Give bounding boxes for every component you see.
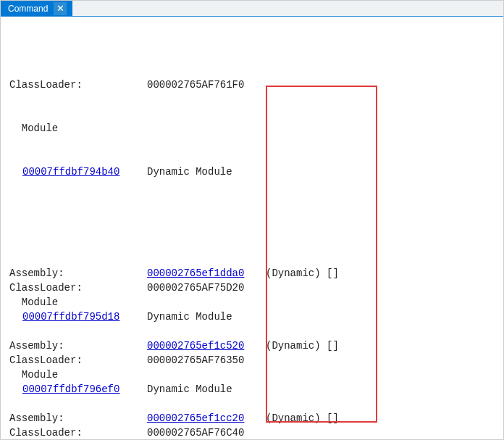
assembly-block: Assembly:000002765ef1cc20(Dynamic) []Cla… [9, 411, 500, 440]
module-address-link[interactable]: 00007ffdbf796ef0 [22, 383, 119, 395]
module-label: Module [9, 295, 58, 310]
assembly-label: Assembly: [9, 411, 147, 426]
command-output: ClassLoader: 000002765AF761F0 Module 000… [1, 17, 503, 440]
classloader-row: ClassLoader:000002765AF76350 [9, 353, 500, 368]
dynamic-suffix: (Dynamic) [] [266, 411, 339, 426]
module-label: Module [9, 368, 58, 382]
dynamic-module-text: Dynamic Module [147, 310, 266, 324]
dynamic-module-text: Dynamic Module [147, 382, 266, 397]
module-address-link[interactable]: 00007ffdbf795d18 [22, 311, 119, 323]
classloader-row: ClassLoader: 000002765AF761F0 [9, 78, 500, 92]
classloader-address: 000002765AF76C40 [147, 426, 266, 440]
command-tab[interactable]: Command ✕ [1, 1, 72, 16]
classloader-address: 000002765AF75D20 [147, 281, 266, 295]
tab-bar: Command ✕ [1, 1, 503, 17]
classloader-label: ClassLoader: [9, 426, 147, 440]
module-row: Module [9, 121, 500, 136]
dynamic-module-text: Dynamic Module [147, 165, 266, 179]
dynamic-suffix: (Dynamic) [] [266, 266, 339, 281]
assembly-address-link[interactable]: 000002765ef1cc20 [147, 412, 244, 424]
assembly-row: Assembly:000002765ef1dda0(Dynamic) [] [9, 266, 500, 281]
assembly-row: Assembly:000002765ef1c520(Dynamic) [] [9, 339, 500, 353]
tab-title: Command [8, 4, 48, 14]
classloader-row: ClassLoader:000002765AF75D20 [9, 281, 500, 295]
assembly-label: Assembly: [9, 339, 147, 353]
classloader-address: 000002765AF761F0 [147, 78, 266, 92]
close-icon[interactable]: ✕ [54, 2, 67, 15]
assembly-label: Assembly: [9, 266, 147, 281]
assembly-address-link[interactable]: 000002765ef1dda0 [147, 267, 244, 279]
assembly-block: Assembly:000002765ef1c520(Dynamic) []Cla… [9, 339, 500, 411]
assembly-address-link[interactable]: 000002765ef1c520 [147, 340, 244, 352]
classloader-label: ClassLoader: [9, 281, 147, 295]
module-link-row: 00007ffdbf794b40 Dynamic Module [9, 165, 500, 179]
classloader-row: ClassLoader:000002765AF76C40 [9, 426, 500, 440]
module-link-row: 00007ffdbf796ef0Dynamic Module [9, 382, 500, 397]
classloader-label: ClassLoader: [9, 353, 147, 368]
assembly-block: Assembly:000002765ef1dda0(Dynamic) []Cla… [9, 266, 500, 339]
module-row: Module [9, 368, 500, 382]
module-label: Module [9, 121, 58, 136]
classloader-address: 000002765AF76350 [147, 353, 266, 368]
assembly-row: Assembly:000002765ef1cc20(Dynamic) [] [9, 411, 500, 426]
dynamic-suffix: (Dynamic) [] [266, 339, 339, 353]
module-row: Module [9, 295, 500, 310]
module-address-link[interactable]: 00007ffdbf794b40 [22, 166, 119, 178]
module-link-row: 00007ffdbf795d18Dynamic Module [9, 310, 500, 324]
classloader-label: ClassLoader: [9, 78, 147, 92]
